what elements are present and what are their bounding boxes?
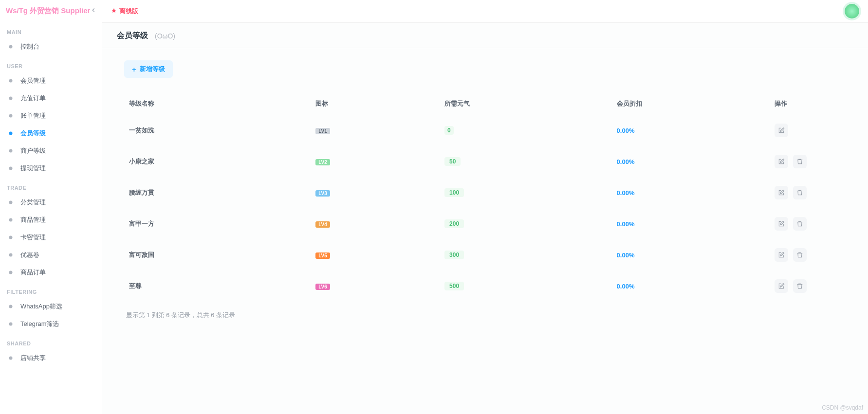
level-icon [7, 129, 15, 137]
discount-cell: 0.00% [612, 270, 770, 302]
col-points: 所需元气 [440, 92, 612, 115]
gauge-icon [7, 43, 15, 51]
sidebar-item[interactable]: 商品管理 [0, 211, 102, 229]
sidebar-item[interactable]: 商户等级 [0, 142, 102, 160]
sidebar-item-label: 会员等级 [20, 129, 46, 138]
sidebar-item-label: 店铺共享 [20, 354, 46, 362]
coupon-icon [7, 251, 15, 259]
svg-point-0 [9, 45, 13, 49]
sidebar-item[interactable]: 会员管理 [0, 72, 102, 90]
section-label: FILTERING [0, 281, 102, 298]
level-icon-cell: LV4 [311, 208, 440, 239]
edit-icon[interactable] [775, 217, 788, 231]
sidebar-item-label: 卡密管理 [20, 233, 46, 242]
svg-point-14 [9, 357, 13, 360]
level-name: 一贫如洗 [124, 115, 311, 146]
delete-icon[interactable] [793, 279, 807, 293]
svg-point-9 [9, 236, 13, 239]
level-name: 小康之家 [124, 146, 311, 177]
col-discount: 会员折扣 [612, 92, 770, 115]
level-badge: LV5 [315, 252, 330, 259]
ops-cell [770, 177, 841, 208]
sidebar-item[interactable]: 优惠卷 [0, 246, 102, 264]
sidebar-item[interactable]: 控制台 [0, 38, 102, 55]
bill-icon [7, 112, 15, 120]
points-badge: 300 [444, 251, 464, 259]
sidebar-item-label: Telegram筛选 [20, 320, 59, 328]
add-level-button[interactable]: + 新增等级 [124, 60, 173, 78]
points-badge: 0 [444, 126, 454, 135]
sidebar-item[interactable]: 商品订单 [0, 264, 102, 281]
edit-icon[interactable] [775, 124, 788, 137]
offline-label: 离线版 [119, 7, 138, 16]
offline-badge: 离线版 [111, 7, 138, 16]
ops-cell [770, 146, 841, 177]
level-name: 至尊 [124, 270, 311, 302]
discount-cell: 0.00% [612, 177, 770, 208]
level-name: 富甲一方 [124, 208, 311, 239]
page-header: 会员等级 (OωO) [102, 23, 868, 48]
level-badge: LV4 [315, 221, 330, 228]
svg-point-10 [9, 253, 13, 257]
content: + 新增等级 等级名称 图标 所需元气 会员折扣 操作 一贫如洗LV100.00… [102, 48, 868, 332]
table-row: 富甲一方LV42000.00% [124, 208, 841, 239]
sidebar-item[interactable]: Telegram筛选 [0, 315, 102, 333]
sidebar-item-label: 分类管理 [20, 198, 46, 207]
order-icon [7, 94, 15, 102]
edit-icon[interactable] [775, 155, 788, 168]
svg-point-5 [9, 149, 13, 153]
sidebar-item-label: 商户等级 [20, 146, 46, 155]
page-subtitle: (OωO) [155, 32, 175, 40]
sidebar-item[interactable]: 会员等级 [0, 125, 102, 142]
sidebar-item[interactable]: 提现管理 [0, 160, 102, 177]
edit-icon[interactable] [775, 186, 788, 199]
section-label: TRADE [0, 177, 102, 194]
ops-cell [770, 208, 841, 239]
points-cell: 100 [440, 177, 612, 208]
plus-icon: + [132, 65, 136, 73]
table-row: 一贫如洗LV100.00% [124, 115, 841, 146]
points-badge: 100 [444, 188, 464, 197]
svg-point-4 [9, 132, 13, 135]
level-badge: LV3 [315, 190, 330, 197]
share-icon [7, 354, 15, 362]
svg-point-8 [9, 218, 13, 222]
goods-icon [7, 216, 15, 224]
sidebar-item[interactable]: 账单管理 [0, 107, 102, 125]
avatar[interactable] [845, 4, 859, 18]
svg-point-7 [9, 201, 13, 204]
edit-icon[interactable] [775, 248, 788, 262]
delete-icon[interactable] [793, 155, 807, 168]
table-footer: 显示第 1 到第 6 条记录，总共 6 条记录 [124, 311, 846, 320]
sidebar-item[interactable]: 店铺共享 [0, 349, 102, 367]
col-name: 等级名称 [124, 92, 311, 115]
collapse-icon[interactable] [90, 7, 97, 15]
delete-icon[interactable] [793, 186, 807, 199]
section-label: USER [0, 55, 102, 72]
sidebar-item-label: 控制台 [20, 42, 39, 51]
table-row: 至尊LV65000.00% [124, 270, 841, 302]
sidebar-item[interactable]: WhatsApp筛选 [0, 298, 102, 315]
sidebar-item-label: 优惠卷 [20, 251, 39, 259]
sidebar-item[interactable]: 卡密管理 [0, 229, 102, 246]
category-icon [7, 198, 15, 206]
points-cell: 500 [440, 270, 612, 302]
delete-icon[interactable] [793, 248, 807, 262]
edit-icon[interactable] [775, 279, 788, 293]
discount-cell: 0.00% [612, 208, 770, 239]
table-row: 小康之家LV2500.00% [124, 146, 841, 177]
sidebar-item[interactable]: 分类管理 [0, 194, 102, 211]
level-icon-cell: LV1 [311, 115, 440, 146]
col-icon: 图标 [311, 92, 440, 115]
level-icon-cell: LV6 [311, 270, 440, 302]
section-label: SHARED [0, 333, 102, 349]
svg-point-6 [9, 167, 13, 170]
level-table: 等级名称 图标 所需元气 会员折扣 操作 一贫如洗LV100.00%小康之家LV… [124, 92, 841, 302]
ops-cell [770, 239, 841, 270]
sidebar-item[interactable]: 充值订单 [0, 90, 102, 107]
sidebar-item-label: 提现管理 [20, 164, 46, 173]
whatsapp-icon [7, 303, 15, 310]
level-name: 腰缠万贯 [124, 177, 311, 208]
col-ops: 操作 [770, 92, 841, 115]
delete-icon[interactable] [793, 217, 807, 231]
